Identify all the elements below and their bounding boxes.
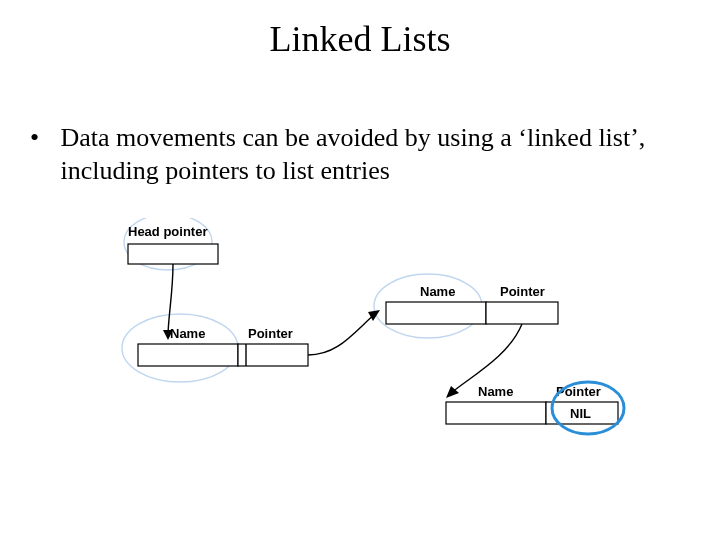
node2-pointer-label: Pointer bbox=[500, 284, 545, 299]
node2-name-label: Name bbox=[420, 284, 455, 299]
node1-pointer-label: Pointer bbox=[248, 326, 293, 341]
arrow-node1-to-node2 bbox=[308, 313, 376, 355]
linked-list-diagram: Head pointer Name Pointer Name Pointer bbox=[108, 218, 628, 468]
bullet-text: Data movements can be avoided by using a… bbox=[61, 122, 681, 187]
node2-name-box bbox=[386, 302, 486, 324]
node3-name-box bbox=[446, 402, 546, 424]
slide-title: Linked Lists bbox=[0, 18, 720, 60]
head-pointer-label: Head pointer bbox=[128, 224, 207, 239]
node3-name-label: Name bbox=[478, 384, 513, 399]
node1-pointer-box bbox=[238, 344, 308, 366]
slide: Linked Lists • Data movements can be avo… bbox=[0, 0, 720, 540]
node1-name-box bbox=[138, 344, 238, 366]
bullet-item: • Data movements can be avoided by using… bbox=[30, 122, 690, 187]
node3-nil-text: NIL bbox=[570, 406, 591, 421]
head-pointer-box bbox=[128, 244, 218, 264]
node2-pointer-box bbox=[486, 302, 558, 324]
bullet-dot: • bbox=[30, 122, 54, 155]
node1-name-label: Name bbox=[170, 326, 205, 341]
node3-pointer-label: Pointer bbox=[556, 384, 601, 399]
